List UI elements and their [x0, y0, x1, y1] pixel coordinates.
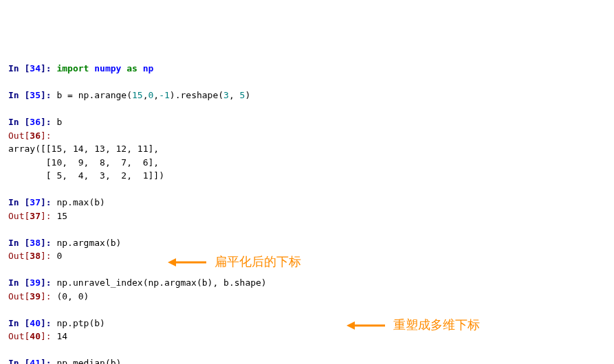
arrow-left-icon	[345, 319, 386, 332]
output-value: 15	[56, 211, 67, 221]
out-prompt: Out[39]:	[8, 291, 56, 302]
blank-line	[8, 343, 614, 357]
cell-out-39: Out[39]: (0, 0)	[8, 290, 614, 304]
cell-out-38: Out[38]: 0	[8, 249, 614, 263]
code-content: np.unravel_index(np.argmax(b), b.shape)	[56, 277, 266, 288]
in-prompt: In [39]:	[8, 277, 56, 288]
blank-line	[8, 183, 614, 196]
in-prompt: In [38]:	[8, 238, 56, 248]
code-content: np.argmax(b)	[56, 238, 121, 248]
svg-marker-1	[168, 258, 176, 266]
out-prompt: Out[36]:	[8, 130, 56, 141]
in-prompt: In [36]:	[8, 117, 56, 127]
annotation-0: 扁平化后的下标	[166, 253, 301, 271]
code-content: import numpy as np	[56, 63, 153, 73]
blank-line	[8, 263, 614, 277]
output-line: array([[15, 14, 13, 12, 11],	[8, 142, 614, 156]
cell-out-36-label: Out[36]:	[8, 129, 614, 143]
output-value: 0	[56, 251, 62, 261]
cell-in-36: In [36]: b	[8, 115, 614, 129]
blank-line	[8, 223, 614, 236]
in-prompt: In [34]:	[8, 63, 56, 73]
blank-line	[8, 102, 614, 116]
jupyter-console-screenshot: In [34]: import numpy as np In [35]: b =…	[8, 62, 614, 364]
in-prompt: In [41]:	[8, 358, 56, 364]
out-prompt: Out[37]:	[8, 211, 56, 221]
cell-in-39: In [39]: np.unravel_index(np.argmax(b), …	[8, 276, 614, 290]
code-content: np.ptp(b)	[56, 318, 105, 328]
cell-in-41: In [41]: np.median(b)	[8, 356, 614, 364]
code-content: np.max(b)	[56, 197, 105, 207]
in-prompt: In [40]:	[8, 318, 56, 328]
blank-line	[8, 76, 614, 89]
code-content: np.median(b)	[56, 358, 121, 364]
output-line: [10, 9, 8, 7, 6],	[8, 156, 614, 170]
cell-in-35: In [35]: b = np.arange(15,0,-1).reshape(…	[8, 89, 614, 102]
arrow-left-icon	[166, 255, 208, 269]
output-value: 14	[56, 331, 67, 341]
svg-marker-3	[347, 321, 355, 330]
out-prompt: Out[40]:	[8, 331, 56, 341]
output-value: (0, 0)	[56, 291, 89, 302]
blank-line	[8, 303, 614, 317]
output-line: [ 5, 4, 3, 2, 1]])	[8, 169, 614, 183]
cell-in-34: In [34]: import numpy as np	[8, 62, 614, 76]
cell-out-37: Out[37]: 15	[8, 209, 614, 223]
cell-out-40: Out[40]: 14	[8, 330, 614, 343]
cell-in-37: In [37]: np.max(b)	[8, 196, 614, 209]
code-content: b	[56, 117, 62, 127]
in-prompt: In [37]:	[8, 197, 56, 207]
annotation-label: 重塑成多维下标	[393, 316, 480, 334]
cell-in-38: In [38]: np.argmax(b)	[8, 236, 614, 250]
annotation-label: 扁平化后的下标	[215, 253, 301, 271]
annotation-1: 重塑成多维下标	[345, 316, 480, 334]
cell-in-40: In [40]: np.ptp(b)	[8, 317, 614, 330]
out-prompt: Out[38]:	[8, 251, 56, 261]
code-content: b = np.arange(15,0,-1).reshape(3, 5)	[56, 90, 250, 100]
in-prompt: In [35]:	[8, 90, 56, 100]
